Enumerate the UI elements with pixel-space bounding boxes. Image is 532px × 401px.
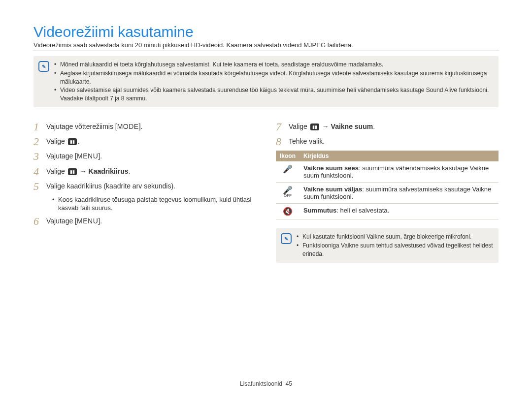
table-row: 🎤 Vaikne suum sees: suumimüra vähendamis…	[276, 161, 499, 183]
menu-key: MENU	[77, 152, 98, 160]
left-column: 1 Vajutage võtterežiimis [MODE]. 2 Valig…	[33, 118, 256, 263]
step-text: Vajutage [	[46, 217, 77, 225]
step-text: Tehke valik.	[289, 137, 325, 145]
note-list: Kui kasutate funktsiooni Vaikne suum, är…	[297, 232, 494, 258]
step-text: Valige	[46, 167, 67, 175]
step-2: 2 Valige ▮▮.	[33, 136, 256, 148]
top-note-box: ✎ Mõned mälukaardid ei toeta kõrglahutus…	[33, 56, 499, 107]
step-text: Vajutage [	[46, 152, 77, 160]
note-icon: ✎	[38, 61, 49, 72]
step-text: .	[129, 167, 131, 175]
step-6: 6 Vajutage [MENU].	[33, 216, 256, 227]
step-text: Valige	[46, 137, 67, 145]
right-column: 7 Valige ▮▮ → Vaikne suum. 8 Tehke valik…	[276, 118, 499, 263]
step-text: ].	[98, 217, 102, 225]
step-number: 2	[33, 136, 46, 148]
table-row: 🎤OFF Vaikne suum väljas: suumimüra salve…	[276, 183, 499, 204]
cell-title: Vaikne suum väljas	[303, 185, 362, 193]
note-item: Kui kasutate funktsiooni Vaikne suum, är…	[297, 233, 494, 241]
video-icon: ▮▮	[310, 123, 319, 130]
step-bold: Vaikne suum	[331, 123, 373, 130]
step-arrow: →	[78, 167, 89, 175]
step-1: 1 Vajutage võtterežiimis [MODE].	[33, 121, 256, 133]
mic-mute-icon: 🔇	[276, 204, 299, 219]
step-arrow: →	[320, 123, 331, 130]
footer-section: Lisafunktsioonid	[240, 380, 282, 387]
step-text: Vajutage võtterežiimis [	[46, 123, 117, 130]
warning-list: Mõned mälukaardid ei toeta kõrglahutuseg…	[54, 60, 494, 103]
step-bold: Kaadrikiirus	[89, 167, 129, 175]
note-icon: ✎	[281, 233, 292, 244]
options-table: Ikoon Kirjeldus 🎤 Vaikne suum sees: suum…	[276, 151, 499, 219]
step-text: .	[78, 137, 80, 145]
page-title: Videorežiimi kasutamine	[33, 24, 499, 40]
step-number: 4	[33, 166, 46, 178]
cell-title: Summutus	[303, 207, 336, 214]
step-4: 4 Valige ▮▮ → Kaadrikiirus.	[33, 166, 256, 178]
step-number: 5	[33, 181, 46, 192]
step-text: Valige	[289, 123, 309, 130]
warning-item: Aeglase kirjutamiskiirusega mälukaardid …	[54, 69, 494, 86]
step-8: 8 Tehke valik.	[276, 136, 499, 148]
video-icon: ▮▮	[68, 168, 77, 175]
step-number: 8	[276, 136, 289, 148]
step-text: .	[373, 123, 375, 130]
warning-item: Video salvestamise ajal suumides võib ka…	[54, 86, 494, 103]
step-text: Valige kaadrikiirus (kaadrite arv sekund…	[46, 182, 175, 190]
video-icon: ▮▮	[68, 138, 77, 145]
table-header-row: Ikoon Kirjeldus	[276, 151, 499, 161]
step-text: ].	[98, 152, 102, 160]
warning-item: Mõned mälukaardid ei toeta kõrglahutuseg…	[54, 61, 494, 69]
footer-page: 45	[286, 380, 292, 387]
step-number: 1	[33, 121, 46, 133]
page-footer: Lisafunktsioonid 45	[0, 380, 532, 387]
mode-key: MODE	[117, 123, 139, 130]
step-text: ].	[139, 123, 143, 130]
page-subtitle: Videorežiimis saab salvestada kuni 20 mi…	[33, 41, 499, 51]
step-5-sub: Koos kaadrikiiruse tõusuga paistab tegev…	[52, 195, 256, 213]
th-icon: Ikoon	[276, 151, 299, 161]
mic-off-icon: 🎤OFF	[276, 183, 299, 204]
note-item: Funktsiooniga Vaikne suum tehtud salvest…	[297, 242, 494, 258]
cell-title: Vaikne suum sees	[303, 164, 359, 172]
mic-on-icon: 🎤	[276, 161, 299, 183]
cell-desc: : heli ei salvestata.	[336, 207, 389, 214]
table-row: 🔇 Summutus: heli ei salvestata.	[276, 204, 499, 219]
step-3: 3 Vajutage [MENU].	[33, 151, 256, 162]
step-5: 5 Valige kaadrikiirus (kaadrite arv seku…	[33, 181, 256, 192]
menu-key: MENU	[77, 217, 98, 225]
bottom-note-box: ✎ Kui kasutate funktsiooni Vaikne suum, …	[276, 228, 499, 262]
step-7: 7 Valige ▮▮ → Vaikne suum.	[276, 121, 499, 133]
step-number: 3	[33, 151, 46, 162]
step-number: 7	[276, 121, 289, 133]
th-desc: Kirjeldus	[299, 151, 499, 161]
step-number: 6	[33, 216, 46, 227]
